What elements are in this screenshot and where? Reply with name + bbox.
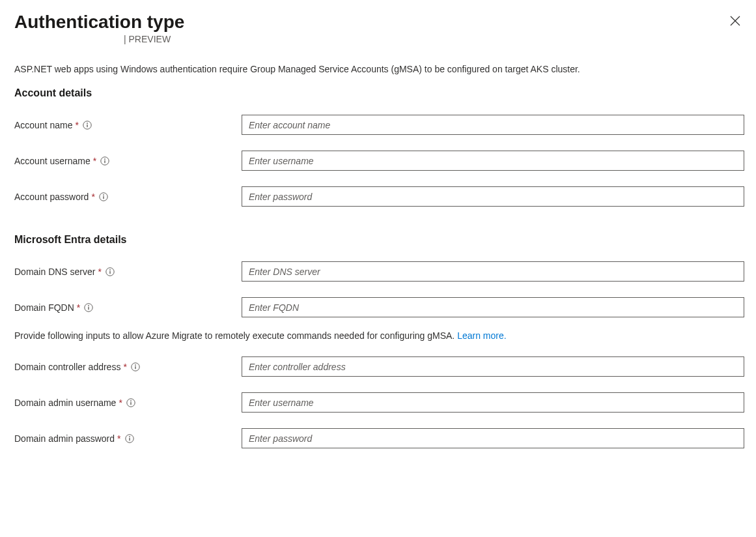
info-icon[interactable] (126, 398, 135, 407)
svg-point-9 (103, 194, 104, 196)
info-icon[interactable] (99, 192, 108, 201)
account-username-label: Account username (14, 156, 91, 166)
svg-point-21 (130, 400, 132, 401)
required-indicator: * (91, 192, 94, 202)
required-indicator: * (117, 433, 120, 444)
info-icon[interactable] (100, 156, 109, 166)
domain-dns-label: Domain DNS server (14, 267, 95, 277)
svg-rect-4 (87, 124, 87, 127)
svg-point-3 (87, 123, 88, 124)
required-indicator: * (76, 120, 79, 130)
domain-admin-password-label: Domain admin password (14, 433, 115, 444)
close-icon (730, 18, 740, 28)
svg-point-6 (104, 158, 105, 160)
info-icon[interactable] (84, 303, 93, 312)
preview-badge: | PREVIEW (124, 34, 744, 44)
domain-dns-input[interactable] (242, 261, 744, 282)
domain-admin-username-input[interactable] (242, 392, 744, 413)
account-name-input[interactable] (242, 115, 744, 135)
account-password-label: Account password (14, 192, 89, 202)
intro-text: ASP.NET web apps using Windows authentic… (14, 64, 744, 74)
svg-rect-10 (103, 196, 104, 199)
account-username-input[interactable] (242, 151, 744, 171)
required-indicator: * (77, 302, 80, 313)
svg-rect-25 (129, 438, 130, 441)
svg-point-15 (88, 305, 89, 306)
close-button[interactable] (726, 12, 744, 30)
svg-point-18 (135, 364, 136, 366)
page-title: Authentication type (14, 12, 184, 33)
required-indicator: * (93, 156, 96, 166)
account-name-label: Account name (14, 120, 73, 130)
info-icon[interactable] (83, 121, 92, 130)
domain-admin-username-label: Domain admin username (14, 398, 116, 408)
required-indicator: * (123, 362, 126, 372)
section-heading-account: Account details (14, 87, 744, 99)
svg-rect-19 (135, 366, 135, 369)
section-heading-entra: Microsoft Entra details (14, 234, 744, 246)
svg-rect-16 (89, 307, 89, 310)
svg-point-12 (109, 269, 111, 270)
learn-more-link[interactable]: Learn more. (457, 330, 506, 341)
domain-controller-label: Domain controller address (14, 362, 120, 372)
svg-point-24 (129, 436, 130, 437)
domain-fqdn-label: Domain FQDN (14, 302, 74, 313)
domain-fqdn-input[interactable] (242, 297, 744, 317)
svg-rect-13 (109, 271, 110, 274)
required-indicator: * (98, 267, 101, 277)
account-password-input[interactable] (242, 186, 744, 207)
domain-admin-password-input[interactable] (242, 428, 744, 448)
info-icon[interactable] (131, 362, 140, 371)
required-indicator: * (119, 398, 122, 408)
info-icon[interactable] (125, 434, 134, 443)
info-icon[interactable] (105, 267, 115, 276)
helper-text: Provide following inputs to allow Azure … (14, 330, 744, 341)
domain-controller-input[interactable] (242, 356, 744, 377)
svg-rect-22 (130, 402, 131, 405)
svg-rect-7 (104, 160, 105, 163)
